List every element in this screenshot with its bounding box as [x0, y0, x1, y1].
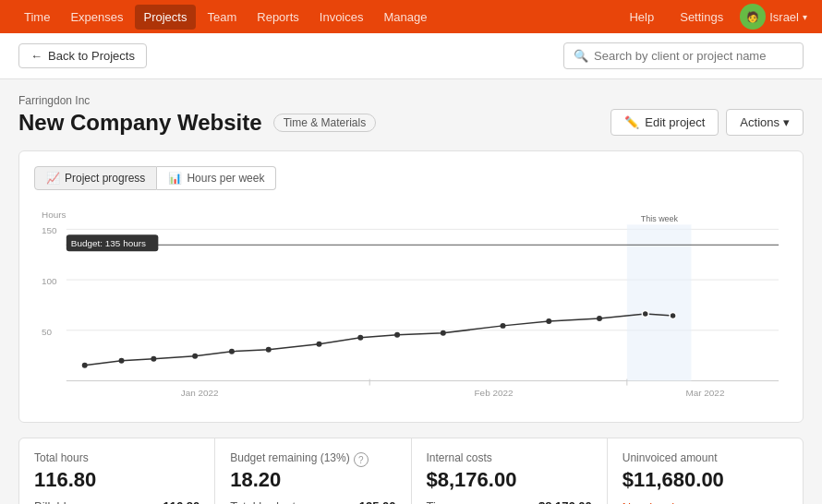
- arrow-left-icon: ←: [30, 49, 42, 63]
- header-actions: ✏️ Edit project Actions ▾: [610, 109, 804, 136]
- help-icon[interactable]: ?: [354, 452, 369, 467]
- svg-text:150: 150: [42, 225, 57, 235]
- project-header: New Company Website Time & Materials ✏️ …: [18, 109, 804, 136]
- stat-total-hours: Total hours 116.80 Billable 116.80 Non-b…: [19, 438, 214, 504]
- time-label: Time: [427, 499, 453, 504]
- time-value: $8,176.00: [538, 499, 592, 504]
- svg-point-13: [229, 349, 235, 354]
- tab-hours-per-week[interactable]: 📊 Hours per week: [157, 166, 276, 190]
- back-to-projects-button[interactable]: ← Back to Projects: [18, 43, 147, 68]
- svg-point-17: [394, 332, 400, 338]
- bar-chart-icon: 📊: [168, 172, 182, 185]
- actions-label: Actions: [740, 115, 780, 129]
- nav-item-projects[interactable]: Projects: [135, 5, 197, 30]
- sub-header: ← Back to Projects 🔍: [0, 33, 822, 79]
- project-type-badge: Time & Materials: [273, 114, 377, 132]
- chart-tabs: 📈 Project progress 📊 Hours per week: [34, 166, 788, 190]
- svg-text:Budget: 135 hours: Budget: 135 hours: [71, 238, 146, 248]
- total-budget-row: Total budget 135.00: [230, 499, 395, 504]
- svg-text:50: 50: [42, 327, 53, 337]
- billable-value: 116.80: [163, 499, 199, 504]
- total-hours-value: 116.80: [34, 468, 199, 492]
- budget-header: Budget remaining (13%) ?: [230, 451, 395, 468]
- nav-item-reports[interactable]: Reports: [248, 5, 308, 30]
- total-budget-value: 135.00: [359, 499, 396, 504]
- billable-row: Billable 116.80: [34, 499, 199, 504]
- page-content: Farringdon Inc New Company Website Time …: [0, 79, 822, 504]
- search-input[interactable]: [594, 49, 793, 63]
- chevron-down-icon: ▾: [783, 115, 790, 129]
- new-invoice-link[interactable]: New invoice: [623, 500, 687, 504]
- svg-point-22: [642, 310, 648, 317]
- this-week-band: [627, 224, 692, 380]
- svg-point-15: [317, 342, 322, 347]
- top-navigation: Time Expenses Projects Team Reports Invo…: [0, 0, 822, 33]
- search-box: 🔍: [563, 42, 804, 69]
- stat-budget: Budget remaining (13%) ? 18.20 Total bud…: [215, 438, 410, 504]
- total-budget-label: Total budget: [230, 499, 296, 504]
- nav-item-expenses[interactable]: Expenses: [61, 5, 132, 30]
- user-name: Israel: [769, 10, 799, 24]
- budget-label: Budget remaining (13%): [230, 451, 349, 464]
- uninvoiced-value: $11,680.00: [623, 468, 788, 492]
- avatar: 🧑: [740, 4, 766, 30]
- back-button-label: Back to Projects: [48, 49, 135, 63]
- chart-line: [85, 314, 673, 366]
- uninvoiced-label: Uninvoiced amount: [623, 451, 788, 464]
- chevron-down-icon: ▾: [803, 12, 807, 22]
- svg-text:100: 100: [42, 276, 57, 286]
- svg-text:Feb 2022: Feb 2022: [475, 389, 514, 399]
- time-cost-row: Time $8,176.00: [427, 499, 592, 504]
- edit-project-button[interactable]: ✏️ Edit project: [610, 109, 719, 136]
- project-title: New Company Website: [18, 110, 262, 136]
- svg-point-23: [670, 312, 676, 318]
- nav-item-manage[interactable]: Manage: [375, 5, 437, 30]
- line-chart-icon: 📈: [46, 172, 60, 185]
- nav-item-invoices[interactable]: Invoices: [310, 5, 373, 30]
- tab-project-progress-label: Project progress: [65, 172, 145, 185]
- project-company: Farringdon Inc: [18, 94, 804, 107]
- actions-button[interactable]: Actions ▾: [726, 109, 804, 136]
- svg-point-10: [119, 358, 125, 364]
- this-week-label: This week: [641, 214, 679, 223]
- chart-card: 📈 Project progress 📊 Hours per week Hour…: [18, 150, 804, 423]
- tab-hours-per-week-label: Hours per week: [187, 172, 264, 185]
- billable-label: Billable: [34, 499, 73, 504]
- svg-point-12: [192, 354, 198, 359]
- svg-point-21: [597, 316, 602, 321]
- stat-uninvoiced: Uninvoiced amount $11,680.00 New invoice: [608, 438, 803, 504]
- nav-right: Help Settings 🧑 Israel ▾: [620, 4, 807, 30]
- nav-item-time[interactable]: Time: [15, 5, 59, 30]
- chart-area: Hours 150 100 50 This week Budget: 135: [34, 201, 788, 407]
- nav-item-team[interactable]: Team: [198, 5, 246, 30]
- chart-svg: Hours 150 100 50 This week Budget: 135: [34, 201, 788, 404]
- nav-items: Time Expenses Projects Team Reports Invo…: [15, 5, 620, 30]
- search-icon: 🔍: [574, 49, 588, 63]
- tab-project-progress[interactable]: 📈 Project progress: [34, 166, 157, 190]
- y-axis-label: Hours: [42, 210, 66, 220]
- user-menu[interactable]: 🧑 Israel ▾: [740, 4, 807, 30]
- budget-value: 18.20: [230, 468, 395, 492]
- total-hours-label: Total hours: [34, 451, 199, 464]
- edit-icon: ✏️: [624, 115, 639, 129]
- svg-point-19: [501, 323, 506, 329]
- internal-costs-value: $8,176.00: [427, 468, 592, 492]
- stats-row: Total hours 116.80 Billable 116.80 Non-b…: [18, 438, 804, 504]
- settings-link[interactable]: Settings: [671, 5, 732, 30]
- stat-internal-costs: Internal costs $8,176.00 Time $8,176.00 …: [412, 438, 607, 504]
- svg-point-16: [357, 335, 363, 341]
- svg-point-11: [151, 356, 156, 362]
- svg-text:Mar 2022: Mar 2022: [685, 389, 724, 399]
- help-link[interactable]: Help: [620, 5, 663, 30]
- svg-point-14: [266, 347, 272, 353]
- svg-point-20: [546, 318, 551, 324]
- internal-costs-label: Internal costs: [427, 451, 592, 464]
- edit-project-label: Edit project: [645, 115, 705, 129]
- svg-point-9: [82, 363, 88, 368]
- svg-text:Jan 2022: Jan 2022: [181, 389, 219, 399]
- svg-point-18: [441, 330, 446, 336]
